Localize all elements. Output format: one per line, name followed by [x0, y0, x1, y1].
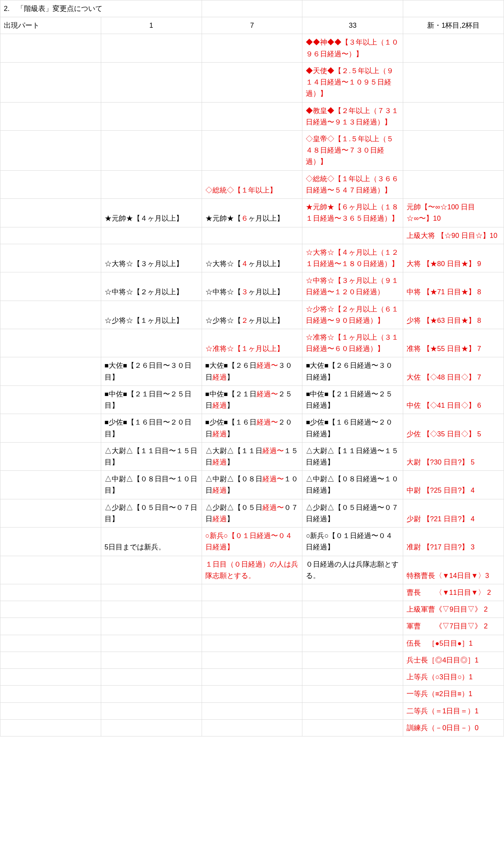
- cell: [302, 686, 403, 702]
- text-segment: 】: [227, 486, 234, 494]
- text-segment: △中尉△【０８日目〜１０日目】: [105, 475, 197, 494]
- cell: [403, 130, 504, 170]
- empty-cell: [403, 0, 504, 17]
- cell: [0, 652, 101, 668]
- text-segment: △中尉△【０８日経過〜１０日経過】: [306, 475, 399, 494]
- cell: ☆准将☆【１ヶ月以上（３１日経過〜６０日経過）】: [302, 329, 403, 357]
- text-segment: ◆◆神◆◆【３年以上（１０９６日経過〜）】: [306, 38, 399, 57]
- table-row: ☆中将☆【２ヶ月以上】☆中将☆【３ヶ月以上】☆中将☆【３ヶ月以上（９１日経過〜１…: [0, 272, 504, 301]
- cell: [202, 669, 302, 686]
- cell: 中佐 【◇41 日目◇】 6: [403, 385, 504, 414]
- cell: [0, 272, 101, 301]
- cell: [0, 170, 101, 198]
- text-segment: ○新兵○【０１日経過〜０４日経過】: [306, 532, 393, 551]
- cell: 訓練兵（－0日目－）0: [403, 719, 504, 736]
- cell: [202, 130, 302, 170]
- table-row: ■中佐■【２１日目〜２５日目】■中佐■【２１日経過〜２５日経過】■中佐■【２１日…: [0, 385, 504, 414]
- cell: [302, 669, 403, 686]
- cell: 5日目までは新兵。: [101, 528, 202, 556]
- cell: ■大佐■【２６日経過〜３０日経過】: [302, 357, 403, 385]
- cell: △中尉△【０８日経過〜１０日経過】: [302, 471, 403, 499]
- cell: [0, 618, 101, 635]
- cell: 兵士長［◎4日目◎］1: [403, 652, 504, 668]
- text-segment: ヶ月以上】: [248, 214, 284, 222]
- cell: [101, 652, 202, 668]
- cell: 少尉 【?21 日目?】 4: [403, 499, 504, 527]
- text-segment: 准尉 【?17 日目?】 3: [407, 543, 475, 551]
- table-row: ■少佐■【１６日目〜２０日目】■少佐■【１６日経過〜２０日経過】■少佐■【１６日…: [0, 414, 504, 442]
- text-segment: 】: [227, 401, 234, 409]
- text-segment: 特務曹長〈▼14日目▼〉3: [407, 572, 489, 579]
- text-segment: ■大佐■【２６日: [205, 362, 257, 369]
- cell: [302, 652, 403, 668]
- cell: [202, 652, 302, 668]
- cell: ■少佐■【１６日目〜２０日目】: [101, 414, 202, 442]
- column-header: 新・1杯目,2杯目: [403, 17, 504, 34]
- cell: ■中佐■【２１日経過〜２５日経過】: [202, 385, 302, 414]
- table-row: ◆◆神◆◆【３年以上（１０９６日経過〜）】: [0, 34, 504, 62]
- cell: [0, 471, 101, 499]
- cell: [0, 130, 101, 170]
- text-segment: △大尉△【１１日: [205, 447, 262, 454]
- text-segment: 】: [227, 458, 234, 466]
- text-segment: ■中佐■【２１日: [205, 390, 257, 398]
- cell: 大佐 【◇48 日目◇】 7: [403, 357, 504, 385]
- table-row: ◇皇帝◇【１.５年以上（５４８日経過〜７３０日経過）】: [0, 130, 504, 170]
- cell: 少佐 【◇35 日目◇】 5: [403, 414, 504, 442]
- column-header: 1: [101, 17, 202, 34]
- cell: ０日経過の人は兵隊志願とする。: [302, 556, 403, 584]
- cell: ☆中将☆【３ヶ月以上】: [202, 272, 302, 301]
- cell: [0, 199, 101, 227]
- cell: [202, 719, 302, 736]
- cell: [202, 584, 302, 601]
- text-segment: 少将 【★63 日目★】 8: [407, 317, 481, 324]
- cell: [101, 618, 202, 635]
- text-segment: ■中佐■【２１日経過〜２５日経過】: [306, 390, 393, 409]
- empty-cell: [202, 0, 302, 17]
- cell: [403, 170, 504, 198]
- cell: ■少佐■【１６日経過〜２０日経過】: [302, 414, 403, 442]
- text-segment: ☆准将☆【１ヶ月以上】: [205, 345, 284, 352]
- text-segment: △中尉△【０８日: [205, 475, 262, 483]
- column-header: 7: [202, 17, 302, 34]
- table-row: ◆天使◆【２.５年以上（９１４日経過〜１０９５日経過）】: [0, 62, 504, 102]
- cell: ■中佐■【２１日目〜２５日目】: [101, 385, 202, 414]
- cell: ☆中将☆【２ヶ月以上】: [101, 272, 202, 301]
- table-row: △大尉△【１１日目〜１５日目】△大尉△【１１日経過〜１５日経過】△大尉△【１１日…: [0, 442, 504, 470]
- text-segment: ヶ月以上】: [248, 260, 284, 267]
- text-segment: 軍曹 《▽7日目▽》 2: [407, 622, 488, 630]
- cell: 少将 【★63 日目★】 8: [403, 301, 504, 329]
- cell: [101, 62, 202, 102]
- text-segment: △大尉△【１１日目〜１５日目】: [105, 447, 197, 466]
- text-segment: 少佐 【◇35 日目◇】 5: [407, 430, 481, 438]
- text-segment: 経過〜: [257, 362, 278, 369]
- text-segment: ☆中将☆【３ヶ月以上（９１日経過〜１２０日経過）: [306, 277, 399, 296]
- text-segment: 訓練兵（－0日目－）0: [407, 724, 478, 731]
- cell: ◆◆神◆◆【３年以上（１０９６日経過〜）】: [302, 34, 403, 62]
- text-segment: 元帥【〜∞☆100 日目☆∞〜】10: [407, 203, 475, 222]
- cell: ■大佐■【２６日経過〜３０日経過】: [202, 357, 302, 385]
- cell: [403, 102, 504, 130]
- text-segment: ☆大将☆【４ヶ月以上（１２１日経過〜１８０日経過）】: [306, 248, 399, 267]
- cell: [101, 102, 202, 130]
- cell: [101, 34, 202, 62]
- text-segment: ２: [241, 317, 248, 324]
- cell: [0, 301, 101, 329]
- text-segment: ☆大将☆【３ヶ月以上】: [105, 260, 183, 267]
- cell: ◇総統◇【１年以上】: [202, 170, 302, 198]
- text-segment: ★元帥★【６ヶ月以上（１８１日経過〜３６５日経過）】: [306, 203, 399, 222]
- text-segment: 曹長 〈▼11日目▼〉 2: [407, 589, 491, 596]
- cell: [202, 635, 302, 652]
- text-segment: 5日目までは新兵。: [105, 543, 165, 551]
- cell: ◇皇帝◇【１.５年以上（５４８日経過〜７３０日経過）】: [302, 130, 403, 170]
- table-row: ★元帥★【４ヶ月以上】★元帥★【６ヶ月以上】★元帥★【６ヶ月以上（１８１日経過〜…: [0, 199, 504, 227]
- cell: [0, 556, 101, 584]
- text-segment: 少尉 【?21 日目?】 4: [407, 515, 475, 523]
- text-segment: 】: [227, 515, 234, 523]
- text-segment: ★元帥★【４ヶ月以上】: [105, 214, 183, 222]
- column-header: 出現パート: [0, 17, 101, 34]
- table-row: 一等兵（≡2日目≡）1: [0, 686, 504, 702]
- text-segment: ■少佐■【１６日経過〜２０日経過】: [306, 418, 393, 437]
- text-segment: 経過〜: [257, 418, 278, 426]
- table-row: 上級軍曹《▽9日目▽》 2: [0, 601, 504, 618]
